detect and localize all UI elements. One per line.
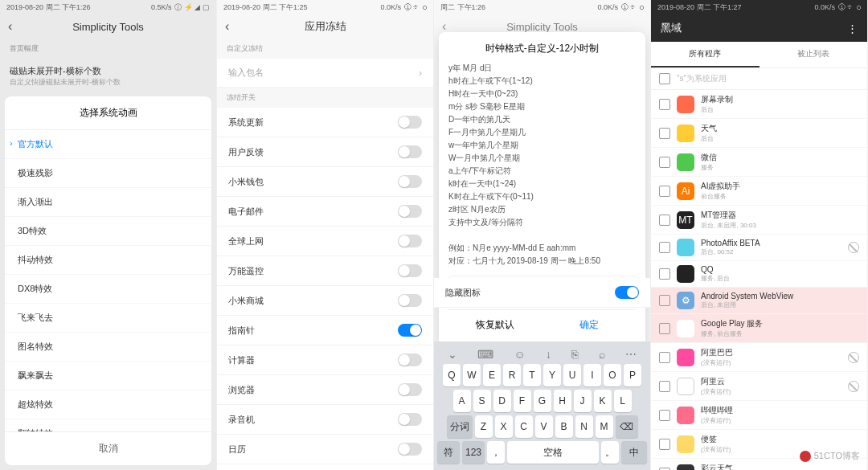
toggle-switch[interactable] xyxy=(398,175,422,188)
key[interactable]: S xyxy=(473,390,491,412)
freeze-row[interactable]: 万能遥控 xyxy=(217,256,433,286)
toggle-switch[interactable] xyxy=(398,235,422,247)
toggle-switch[interactable] xyxy=(398,205,422,218)
freeze-row[interactable]: 全球上网 xyxy=(217,227,433,256)
keyboard-icon[interactable]: ⌨ xyxy=(477,348,493,361)
key[interactable]: X xyxy=(495,415,513,438)
checkbox[interactable] xyxy=(659,323,670,334)
checkbox[interactable] xyxy=(659,215,670,226)
checkbox[interactable] xyxy=(659,352,670,363)
ok-button[interactable]: 确定 xyxy=(542,310,637,340)
key[interactable]: I xyxy=(583,364,601,386)
freeze-row[interactable]: 用户反馈 xyxy=(217,137,433,167)
freeze-row[interactable]: 日历 xyxy=(217,435,433,464)
freeze-row[interactable]: 小米商城 xyxy=(217,286,433,316)
freeze-row[interactable]: 浏览器 xyxy=(217,375,433,405)
key[interactable]: D xyxy=(493,390,511,412)
freeze-row[interactable]: 系统更新 xyxy=(217,108,433,137)
space-key[interactable]: 空格 xyxy=(507,441,599,464)
app-row[interactable]: ▶Google Play 服务服务, 前台服务 xyxy=(651,314,867,343)
checkbox[interactable] xyxy=(659,410,670,421)
kb-icon[interactable]: ⌄ xyxy=(448,348,457,361)
block-icon[interactable] xyxy=(848,242,859,253)
app-row[interactable]: AiAI虚拟助手前台服务 xyxy=(651,177,867,206)
toggle-switch[interactable] xyxy=(398,145,422,158)
app-row[interactable]: 阿里巴巴(没有运行) xyxy=(651,343,867,372)
toggle-switch[interactable] xyxy=(398,324,422,337)
key[interactable]: V xyxy=(535,415,553,438)
toggle-switch[interactable] xyxy=(398,413,422,426)
animation-option[interactable]: 飞来飞去 xyxy=(5,304,211,333)
key[interactable]: M xyxy=(596,415,613,438)
search-icon[interactable]: ⌕ xyxy=(599,348,605,361)
key[interactable]: J xyxy=(574,390,592,412)
package-input[interactable]: 输入包名 › xyxy=(217,59,433,88)
search-input[interactable]: "s"为系统应用 xyxy=(651,68,867,90)
app-row[interactable]: MTMT管理器后台, 未启用, 30:03 xyxy=(651,206,867,235)
app-row[interactable]: 屏幕录制后台 xyxy=(651,90,867,119)
key[interactable]: C xyxy=(515,415,533,438)
animation-option[interactable]: 3D特效 xyxy=(5,217,211,246)
key[interactable]: R xyxy=(503,364,521,386)
toggle-switch[interactable] xyxy=(398,354,422,366)
key[interactable]: N xyxy=(575,415,593,438)
freeze-row[interactable]: 计算器 xyxy=(217,345,433,375)
block-icon[interactable] xyxy=(848,352,859,363)
backspace-key[interactable]: ⌫ xyxy=(616,415,638,438)
key[interactable]: 123 xyxy=(462,441,485,464)
freeze-row[interactable]: 指南针 xyxy=(217,316,433,345)
block-icon[interactable] xyxy=(848,381,859,392)
back-icon[interactable]: ‹ xyxy=(225,19,229,34)
key[interactable]: 分词 xyxy=(447,415,473,438)
key[interactable]: K xyxy=(594,390,612,412)
freeze-row[interactable]: 视频 xyxy=(217,464,433,470)
key[interactable]: P xyxy=(624,364,641,386)
key[interactable]: O xyxy=(604,364,621,386)
toggle-switch[interactable] xyxy=(398,383,422,396)
reset-button[interactable]: 恢复默认 xyxy=(448,310,542,340)
key[interactable]: ， xyxy=(487,441,505,464)
key[interactable]: 符 xyxy=(437,441,460,464)
checkbox[interactable] xyxy=(659,128,670,139)
key[interactable]: G xyxy=(534,390,551,412)
app-row[interactable]: 阿里云(没有运行) xyxy=(651,372,867,401)
tab-blocked[interactable]: 被止列表 xyxy=(760,42,868,67)
key[interactable]: U xyxy=(563,364,581,386)
checkbox[interactable] xyxy=(659,439,670,450)
key[interactable]: B xyxy=(555,415,573,438)
clip-icon[interactable]: ⎘ xyxy=(571,348,578,361)
checkbox[interactable] xyxy=(659,268,670,280)
app-row[interactable]: 哔哩哔哩(没有运行) xyxy=(651,401,867,430)
toggle-switch[interactable] xyxy=(398,264,422,277)
freeze-row[interactable]: 小米钱包 xyxy=(217,167,433,197)
checkbox[interactable] xyxy=(659,99,670,110)
key[interactable]: F xyxy=(514,390,531,412)
cancel-button[interactable]: 取消 xyxy=(5,431,211,465)
more-icon[interactable]: ⋯ xyxy=(625,348,637,361)
animation-option[interactable]: 官方默认 xyxy=(5,130,211,159)
animation-option[interactable]: 超炫特效 xyxy=(5,390,211,419)
toggle-switch[interactable] xyxy=(398,116,422,129)
key[interactable]: Q xyxy=(443,364,461,386)
toggle-row[interactable]: 隐藏图标 xyxy=(434,278,650,308)
key[interactable]: Y xyxy=(543,364,561,386)
animation-option[interactable]: 图名特效 xyxy=(5,333,211,362)
mic-icon[interactable]: ↓ xyxy=(546,348,551,361)
app-row[interactable]: PhotoAffix BETA后台, 00:52 xyxy=(651,235,867,261)
animation-option[interactable]: DX8特效 xyxy=(5,275,211,304)
checkbox[interactable] xyxy=(659,381,670,392)
checkbox[interactable] xyxy=(659,242,670,253)
key[interactable]: L xyxy=(614,390,632,412)
checkbox[interactable] xyxy=(659,73,670,84)
key[interactable]: H xyxy=(554,390,571,412)
menu-icon[interactable]: ⋮ xyxy=(847,22,858,35)
toggle-switch[interactable] xyxy=(398,294,422,307)
animation-option[interactable]: 极速残影 xyxy=(5,159,211,188)
app-row[interactable]: 微信服务 xyxy=(651,148,867,177)
emoji-icon[interactable]: ☺ xyxy=(514,348,525,361)
key[interactable]: T xyxy=(523,364,541,386)
key[interactable]: W xyxy=(463,364,481,386)
key[interactable]: 中 xyxy=(621,441,647,464)
key[interactable]: 。 xyxy=(601,441,619,464)
key[interactable]: E xyxy=(483,364,501,386)
